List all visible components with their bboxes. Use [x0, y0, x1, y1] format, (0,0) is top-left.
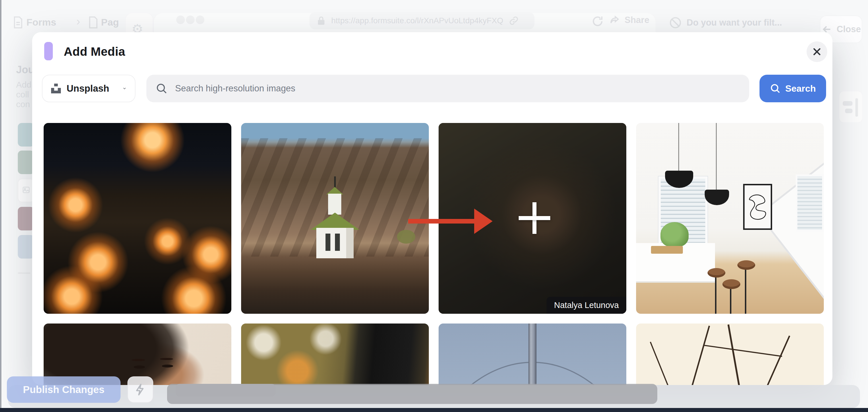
lightning-icon	[134, 383, 147, 396]
search-button[interactable]: Search	[760, 75, 826, 102]
decoration	[678, 123, 679, 173]
decoration	[328, 194, 341, 215]
chevron-down-icon	[123, 84, 126, 93]
image-tile-autumn-figure[interactable]	[241, 324, 429, 385]
decoration	[745, 268, 746, 314]
screen-left-edge	[0, 0, 1, 412]
close-icon	[812, 47, 822, 57]
image-tile-desert-chapel[interactable]	[241, 123, 429, 314]
decoration	[528, 324, 537, 385]
decoration	[134, 365, 145, 369]
publish-changes-button[interactable]: Publish Changes	[7, 376, 121, 403]
decoration	[737, 260, 755, 270]
source-selector[interactable]: Unsplash	[42, 75, 135, 102]
search-icon	[770, 83, 781, 94]
decoration	[708, 268, 725, 277]
image-tile-portrait[interactable]	[43, 324, 231, 385]
image-results-grid: Natalya Letunova	[43, 123, 825, 385]
horizontal-scrollbar[interactable]	[167, 384, 657, 404]
decoration	[160, 358, 173, 360]
add-media-modal: Add Media Unsplash Search	[32, 32, 832, 385]
title-accent-bar	[44, 42, 53, 60]
modal-close-button[interactable]	[807, 41, 827, 62]
photo-attribution: Natalya Letunova	[547, 297, 626, 314]
decoration	[705, 189, 729, 205]
decoration	[796, 174, 824, 232]
image-tile-sunset-car[interactable]	[636, 324, 824, 385]
screen-bottom-edge	[0, 408, 868, 412]
plus-cursor-icon	[519, 216, 550, 220]
decoration	[722, 279, 740, 289]
decoration	[335, 234, 340, 251]
search-button-label: Search	[785, 83, 816, 94]
image-tile-kitchen[interactable]	[636, 123, 824, 314]
annotation-arrow-head	[474, 209, 493, 234]
decoration	[715, 275, 716, 314]
source-label: Unsplash	[67, 83, 110, 94]
decoration	[397, 230, 415, 244]
decoration	[727, 324, 753, 385]
decoration	[743, 184, 772, 230]
search-field[interactable]	[146, 75, 749, 102]
decoration	[660, 222, 689, 247]
decoration	[162, 364, 173, 368]
decoration	[716, 123, 717, 192]
decoration	[704, 345, 782, 357]
decoration	[334, 176, 336, 188]
image-tile-tunnel[interactable]	[439, 324, 626, 385]
annotation-arrow-shaft	[408, 219, 475, 224]
decoration	[676, 325, 710, 385]
search-icon	[156, 83, 167, 94]
quick-actions-button[interactable]	[127, 376, 153, 403]
decoration	[730, 287, 732, 314]
unsplash-logo-icon	[51, 84, 61, 93]
image-tile-pumpkins[interactable]	[43, 123, 231, 314]
decoration	[326, 234, 330, 251]
decoration	[132, 359, 145, 361]
screen: Forms › Pag ⚙ https://app.formsuite.co/l…	[0, 0, 868, 412]
decoration	[651, 246, 683, 254]
decoration	[746, 335, 790, 385]
decoration	[650, 342, 684, 385]
search-input[interactable]	[175, 83, 740, 94]
modal-title: Add Media	[64, 45, 125, 59]
